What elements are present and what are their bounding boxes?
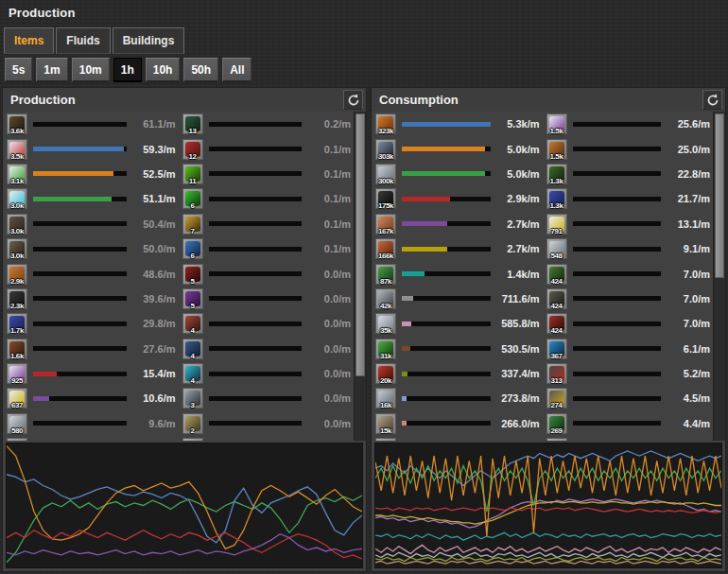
item-row[interactable]: 7 0.1/m: [182, 212, 355, 236]
item-row[interactable]: 580 9.6/m: [7, 411, 179, 436]
item-row[interactable]: 1.6k 27.6/m: [7, 337, 179, 361]
item-row[interactable]: 6 0.1/m: [182, 236, 355, 261]
production-scrollbar[interactable]: [354, 112, 366, 441]
blue-wagon-icon[interactable]: 4: [182, 339, 203, 359]
time-button-all[interactable]: All: [222, 58, 251, 82]
item-row[interactable]: [375, 436, 543, 441]
red-engine-icon[interactable]: 424: [546, 313, 567, 334]
coal-icon[interactable]: 175k: [375, 188, 396, 209]
iron-gear-wheel-icon[interactable]: 42k: [375, 288, 396, 309]
steel-plate-icon[interactable]: 35k: [375, 313, 396, 334]
logistic-science-pack-icon[interactable]: 3.1k: [7, 164, 27, 184]
programmable-speaker-icon[interactable]: 7: [182, 214, 203, 235]
item-row[interactable]: 87k 1.4k/m: [375, 261, 543, 286]
green-armor-icon[interactable]: 1.3k: [546, 164, 567, 184]
consumption-scrollbar[interactable]: [713, 112, 725, 441]
item-row[interactable]: 1.3k 22.8/m: [546, 162, 714, 186]
copper-ore-icon[interactable]: 166k: [375, 238, 396, 259]
item-row[interactable]: 3.0k 50.0/m: [7, 236, 179, 261]
mining-drill-icon[interactable]: 3.0k: [7, 238, 27, 259]
item-row[interactable]: 367 6.1/m: [546, 337, 714, 361]
chemical-science-pack-icon[interactable]: 3.0k: [7, 188, 27, 209]
refresh-button[interactable]: [702, 90, 722, 110]
time-button-50h[interactable]: 50h: [183, 58, 218, 82]
burner-mining-drill-icon[interactable]: 3.6k: [7, 113, 27, 134]
item-row[interactable]: 548 9.1/m: [546, 236, 714, 261]
item-row[interactable]: 42k 711.6/m: [375, 287, 543, 311]
electronic-circuit-icon[interactable]: 87k: [375, 264, 396, 285]
item-row[interactable]: 1.7k 29.8/m: [7, 311, 179, 336]
refresh-button[interactable]: [343, 90, 363, 110]
item-row[interactable]: 637 10.6/m: [7, 386, 179, 410]
copper-cable-icon[interactable]: 323k: [375, 113, 396, 134]
item-row[interactable]: 1.3k 21.7/m: [546, 186, 714, 211]
item-row[interactable]: 5 0.0/m: [182, 287, 355, 311]
item-row[interactable]: 5 0.0/m: [182, 261, 355, 286]
processing-unit-icon[interactable]: 1.3k: [546, 188, 567, 209]
tab-items[interactable]: Items: [4, 27, 54, 54]
copper-item-icon[interactable]: 2.9k: [7, 264, 27, 285]
item-row[interactable]: 12 0.1/m: [182, 136, 355, 161]
gear-assembly-icon[interactable]: 2: [182, 413, 203, 434]
utility-science-pack-icon[interactable]: 791: [546, 214, 567, 235]
fast-inserter-icon[interactable]: 6: [182, 238, 203, 259]
item-row[interactable]: [7, 436, 179, 441]
item-row[interactable]: 925 15.4/m: [7, 361, 179, 386]
item-row[interactable]: 3 0.0/m: [182, 386, 355, 410]
automation-science-pack-icon[interactable]: 3.5k: [7, 139, 27, 160]
clipped-item-icon[interactable]: [375, 438, 396, 441]
copper-plate-icon[interactable]: 167k: [375, 214, 396, 235]
time-button-10h[interactable]: 10h: [146, 58, 181, 82]
item-row[interactable]: 4 0.0/m: [182, 311, 355, 336]
item-row[interactable]: [182, 436, 355, 441]
battery-icon[interactable]: 6: [182, 188, 203, 209]
item-row[interactable]: 274 4.5/m: [546, 386, 714, 410]
item-row[interactable]: 3.5k 59.3/m: [7, 136, 179, 161]
item-row[interactable]: 175k 2.9k/m: [375, 186, 543, 211]
uranium-item-icon[interactable]: 11: [182, 164, 203, 184]
tab-buildings[interactable]: Buildings: [113, 27, 185, 54]
time-button-5s[interactable]: 5s: [5, 58, 32, 82]
item-row[interactable]: 313 5.2/m: [546, 361, 714, 386]
stack-inserter-icon[interactable]: 5: [182, 288, 203, 309]
module-icon[interactable]: 4: [182, 363, 203, 384]
engine-unit-icon[interactable]: 1.5k: [546, 139, 567, 160]
item-row[interactable]: 4 0.0/m: [182, 361, 355, 386]
item-row[interactable]: 2 0.0/m: [182, 411, 355, 436]
item-row[interactable]: 424 7.0/m: [546, 287, 714, 311]
pumpjack-icon[interactable]: 424: [546, 264, 567, 285]
military-science-pack-icon[interactable]: 580: [7, 413, 27, 434]
item-row[interactable]: 1.5k 25.0/m: [546, 136, 714, 161]
green-drill-icon[interactable]: 269: [546, 413, 567, 434]
iron-stick-icon[interactable]: 16k: [375, 388, 396, 409]
item-row[interactable]: 2.9k 48.6/m: [7, 261, 179, 286]
item-row[interactable]: 35k 585.8/m: [375, 311, 543, 336]
piercing-rounds-icon[interactable]: 1.6k: [7, 339, 27, 359]
clipped-item-icon[interactable]: [546, 438, 567, 441]
clipped-item-icon[interactable]: [182, 438, 203, 441]
green-ring-item-icon[interactable]: 13: [182, 113, 203, 134]
stone-icon[interactable]: 15k: [375, 413, 396, 434]
item-row[interactable]: 424 7.0/m: [546, 261, 714, 286]
item-row[interactable]: 424 7.0/m: [546, 311, 714, 336]
item-row[interactable]: 167k 2.7k/m: [375, 212, 543, 236]
item-row[interactable]: 4 0.0/m: [182, 337, 355, 361]
time-button-1h[interactable]: 1h: [113, 58, 142, 82]
tab-fluids[interactable]: Fluids: [56, 27, 110, 54]
item-row[interactable]: 323k 5.3k/m: [375, 112, 543, 136]
item-row[interactable]: 3.0k 51.1/m: [7, 186, 179, 211]
production-scrollbar-thumb[interactable]: [355, 113, 365, 376]
production-science-pack-icon[interactable]: 925: [7, 363, 27, 384]
item-row[interactable]: 3.0k 50.4/m: [7, 212, 179, 236]
item-row[interactable]: 269 4.4/m: [546, 411, 714, 436]
item-row[interactable]: 3.6k 61.1/m: [7, 112, 179, 136]
iron-ore-icon[interactable]: 303k: [375, 139, 396, 160]
item-row[interactable]: [546, 436, 714, 441]
red-wagon-icon[interactable]: 4: [182, 313, 203, 334]
time-button-10m[interactable]: 10m: [72, 58, 110, 82]
long-handed-inserter-icon[interactable]: 12: [182, 139, 203, 160]
red-lamp-icon[interactable]: 5: [182, 264, 203, 285]
utility-science-pack-icon[interactable]: 637: [7, 388, 27, 409]
item-row[interactable]: 16k 273.8/m: [375, 386, 543, 410]
item-row[interactable]: 1.5k 25.6/m: [546, 112, 714, 136]
